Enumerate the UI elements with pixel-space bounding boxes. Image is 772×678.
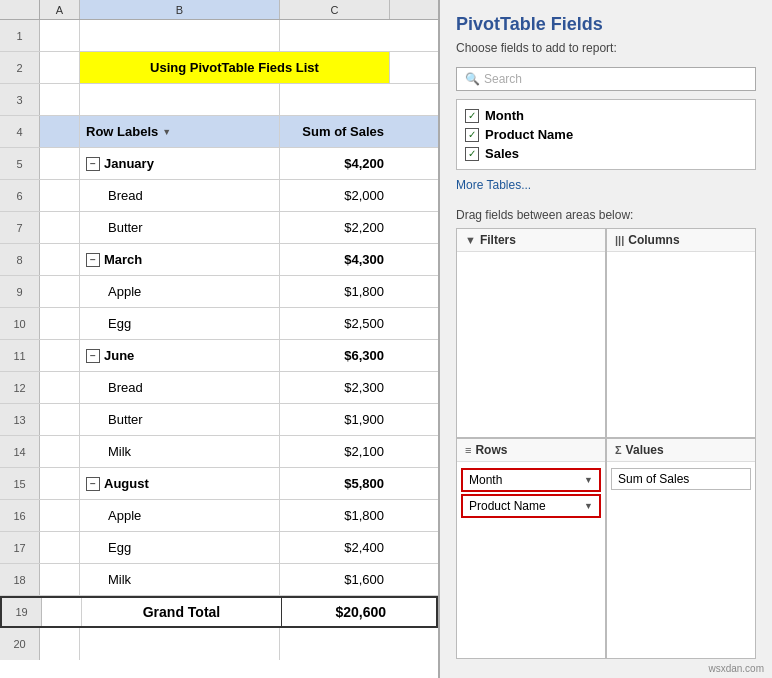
table-row: 5 − January $4,200	[0, 148, 438, 180]
watermark: wsxdan.com	[440, 659, 772, 678]
columns-icon: |||	[615, 234, 624, 246]
row-number: 20	[0, 628, 40, 660]
product-label: Egg	[80, 532, 280, 563]
more-tables-link[interactable]: More Tables...	[440, 170, 772, 196]
pivot-fields-panel: PivotTable Fields Choose fields to add t…	[440, 0, 772, 678]
area-filters-content	[457, 252, 605, 302]
drag-subtitle: Drag fields between areas below:	[440, 196, 772, 228]
month-label-march: − March	[80, 244, 280, 275]
area-values-label: Values	[626, 443, 664, 457]
product-label: Bread	[80, 180, 280, 211]
area-rows-label: Rows	[475, 443, 507, 457]
sum-of-sales-header-text: Sum of Sales	[302, 124, 384, 139]
area-columns-header: ||| Columns	[607, 229, 755, 252]
cell-a19	[42, 598, 82, 626]
area-values-content: Sum of Sales	[607, 462, 755, 512]
values-icon: Σ	[615, 444, 622, 456]
rows-month-dropdown-icon[interactable]: ▼	[584, 475, 593, 485]
cell-a4	[40, 116, 80, 147]
table-row: 1	[0, 20, 438, 52]
collapse-icon[interactable]: −	[86, 157, 100, 171]
row-number: 7	[0, 212, 40, 243]
cell-a9	[40, 276, 80, 307]
table-row: 10 Egg $2,500	[0, 308, 438, 340]
field-label-product-name: Product Name	[485, 127, 573, 142]
product-label: Bread	[80, 372, 280, 403]
rows-product-dropdown-icon[interactable]: ▼	[584, 501, 593, 511]
cell-a20	[40, 628, 80, 660]
cell-a5	[40, 148, 80, 179]
cell-c20	[280, 628, 390, 660]
cell-a16	[40, 500, 80, 531]
table-row: 17 Egg $2,400	[0, 532, 438, 564]
area-columns-content	[607, 252, 755, 302]
table-row: 20	[0, 628, 438, 660]
search-placeholder: Search	[484, 72, 522, 86]
field-checkbox-month[interactable]: ✓	[465, 109, 479, 123]
col-header-b: B	[80, 0, 280, 19]
rows-item-month[interactable]: Month ▼	[461, 468, 601, 492]
collapse-icon[interactable]: −	[86, 477, 100, 491]
row-number: 17	[0, 532, 40, 563]
row-number: 1	[0, 20, 40, 51]
month-label-august: − August	[80, 468, 280, 499]
row-number: 8	[0, 244, 40, 275]
grand-total-value: $20,600	[282, 598, 392, 626]
spreadsheet-panel: A B C 1 2 Using PivotTable Fieds List 3	[0, 0, 440, 678]
header-sum-of-sales: Sum of Sales	[280, 116, 390, 147]
cell-b1	[80, 20, 280, 51]
rows-item-product-name-label: Product Name	[469, 499, 546, 513]
table-row: 2 Using PivotTable Fieds List	[0, 52, 438, 84]
row-number: 12	[0, 372, 40, 403]
month-value-august: $5,800	[280, 468, 390, 499]
cell-a8	[40, 244, 80, 275]
row-number: 2	[0, 52, 40, 83]
product-value: $1,900	[280, 404, 390, 435]
product-value: $1,800	[280, 276, 390, 307]
month-name: August	[104, 476, 149, 491]
collapse-icon[interactable]: −	[86, 253, 100, 267]
row-number: 18	[0, 564, 40, 595]
field-checkbox-sales[interactable]: ✓	[465, 147, 479, 161]
cell-a1	[40, 20, 80, 51]
area-filters-label: Filters	[480, 233, 516, 247]
cell-a7	[40, 212, 80, 243]
corner-cell	[0, 0, 40, 19]
cell-a17	[40, 532, 80, 563]
rows-item-month-label: Month	[469, 473, 502, 487]
area-rows: ≡ Rows Month ▼ Product Name ▼	[456, 438, 606, 660]
field-checkbox-product-name[interactable]: ✓	[465, 128, 479, 142]
month-label-january: − January	[80, 148, 280, 179]
fields-list: ✓ Month ✓ Product Name ✓ Sales	[456, 99, 756, 170]
row-number: 16	[0, 500, 40, 531]
area-values: Σ Values Sum of Sales	[606, 438, 756, 660]
month-name: March	[104, 252, 142, 267]
values-item-sum-of-sales[interactable]: Sum of Sales	[611, 468, 751, 490]
values-item-sum-label: Sum of Sales	[618, 472, 689, 486]
row-labels-dropdown-icon[interactable]: ▼	[162, 127, 171, 137]
collapse-icon[interactable]: −	[86, 349, 100, 363]
product-value: $2,100	[280, 436, 390, 467]
field-label-sales: Sales	[485, 146, 519, 161]
table-row: 11 − June $6,300	[0, 340, 438, 372]
area-rows-content: Month ▼ Product Name ▼	[457, 462, 605, 524]
cell-a10	[40, 308, 80, 339]
title-text: Using PivotTable Fieds List	[150, 60, 319, 75]
pivot-panel-title: PivotTable Fields	[440, 0, 772, 39]
pivot-panel-subtitle: Choose fields to add to report:	[440, 39, 772, 63]
table-row: 15 − August $5,800	[0, 468, 438, 500]
area-filters: ▼ Filters	[456, 228, 606, 438]
month-name: June	[104, 348, 134, 363]
area-rows-header: ≡ Rows	[457, 439, 605, 462]
month-name: January	[104, 156, 154, 171]
row-number: 9	[0, 276, 40, 307]
row-number: 5	[0, 148, 40, 179]
month-value-january: $4,200	[280, 148, 390, 179]
cell-a12	[40, 372, 80, 403]
rows-item-product-name[interactable]: Product Name ▼	[461, 494, 601, 518]
field-label-month: Month	[485, 108, 524, 123]
area-columns-label: Columns	[628, 233, 679, 247]
search-box[interactable]: 🔍 Search	[456, 67, 756, 91]
product-value: $2,500	[280, 308, 390, 339]
cell-c3	[280, 84, 390, 115]
